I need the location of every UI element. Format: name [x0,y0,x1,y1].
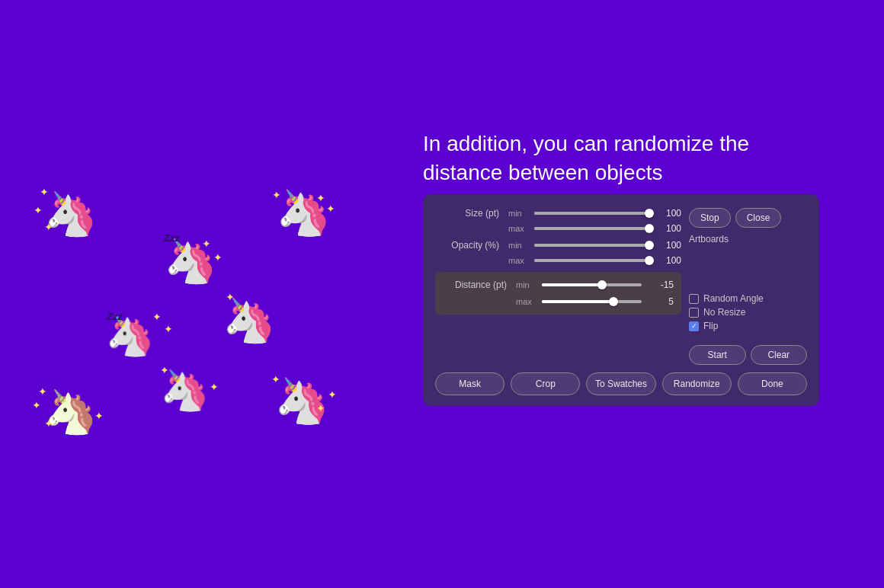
crop-button[interactable]: Crop [511,372,580,395]
close-button[interactable]: Close [735,208,782,228]
opacity-max-label: max [508,256,530,265]
checkboxes-section: Random Angle No Resize Flip [689,293,807,331]
size-section: Size (pt) min 100 max 100 [435,208,681,234]
size-max-label: max [508,224,530,233]
stop-button[interactable]: Stop [689,208,731,228]
random-angle-item: Random Angle [689,293,807,304]
no-resize-label: No Resize [703,307,745,318]
artboards-label: Artboards [689,234,807,244]
heading-line1: In addition, you can randomize the [423,132,749,155]
sparkle-3a: ✦ [272,189,281,201]
distance-min-row: Distance (pt) min -15 [443,280,674,290]
flip-item: Flip [689,321,807,331]
zzz-label-2: Zzz [107,311,123,322]
sparkle-8b: ✦ [328,388,337,401]
random-angle-label: Random Angle [703,293,764,304]
unicorn-6: 🦄 [44,387,98,437]
flip-label: Flip [703,321,718,331]
sparkle-7a: ✦ [160,364,169,376]
distance-min-label: min [516,280,537,289]
mask-button[interactable]: Mask [435,372,504,395]
opacity-max-value: 100 [654,255,681,266]
opacity-max-slider-track [534,259,649,262]
distance-max-value: 5 [646,296,674,307]
distance-max-row: max 5 [443,296,674,307]
sparkle-1b: ✦ [34,204,43,216]
done-button[interactable]: Done [738,372,807,395]
bottom-buttons-row: Mask Crop To Swatches Randomize Done [435,372,807,395]
sparkle-3c: ✦ [316,192,325,204]
distance-max-slider-track [542,300,642,303]
no-resize-checkbox[interactable] [689,308,699,318]
opacity-section: Opacity (%) min 100 max 100 [435,240,681,266]
distance-label: Distance (pt) [443,280,511,290]
size-min-row: Size (pt) min 100 [435,208,681,219]
opacity-min-row: Opacity (%) min 100 [435,240,681,251]
clear-button[interactable]: Clear [751,345,808,365]
distance-max-label: max [516,297,537,306]
heading-line2: distance between objects [423,161,662,184]
sparkle-8c: ✦ [316,402,325,414]
size-min-slider-track [534,212,649,215]
no-resize-item: No Resize [689,307,807,318]
opacity-min-slider-track [534,244,649,247]
opacity-min-label: min [508,241,530,250]
sparkle-5a: ✦ [226,291,235,303]
opacity-max-row: max 100 [435,255,681,266]
size-min-value: 100 [654,208,681,219]
sparkle-4b: ✦ [164,323,173,335]
size-max-slider-track [534,227,649,230]
sparkle-8a: ✦ [271,373,280,385]
sparkle-4a: ✦ [152,311,162,323]
sparkle-6d: ✦ [94,410,104,422]
flip-checkbox[interactable] [689,321,699,331]
random-angle-checkbox[interactable] [689,294,699,304]
opacity-label: Opacity (%) [435,240,504,251]
sparkle-2a: ✦ [202,238,211,250]
sparkle-1c: ✦ [44,221,53,233]
zzz-label: Zzz [164,232,180,244]
plugin-panel: Size (pt) min 100 max 100 [423,194,819,406]
panel-right: Stop Close Artboards Random Angle No Res… [689,208,807,365]
panel-left: Size (pt) min 100 max 100 [435,208,681,365]
to-swatches-button[interactable]: To Swatches [586,372,655,395]
start-clear-row: Start Clear [689,345,807,365]
distance-min-value: -15 [646,280,674,290]
sparkle-1a: ✦ [40,186,49,198]
randomize-button[interactable]: Randomize [662,372,732,395]
sparkle-6a: ✦ [38,385,47,398]
size-max-value: 100 [654,223,681,234]
size-label: Size (pt) [435,208,504,219]
opacity-min-value: 100 [654,240,681,251]
sparkle-3b: ✦ [326,203,335,215]
start-button[interactable]: Start [689,345,746,365]
distance-min-slider-track [542,283,642,286]
stop-close-row: Stop Close [689,208,807,228]
unicorn-8: 🦄 [274,375,329,427]
size-max-row: max 100 [435,223,681,234]
sparkle-2b: ✦ [213,251,223,264]
size-min-label: min [508,209,530,218]
sparkle-7b: ✦ [210,381,219,393]
sparkle-6b: ✦ [32,399,41,411]
sparkle-6c: ✦ [44,417,53,430]
distance-section: Distance (pt) min -15 max 5 [435,272,681,315]
heading: In addition, you can randomize the dista… [423,129,812,187]
